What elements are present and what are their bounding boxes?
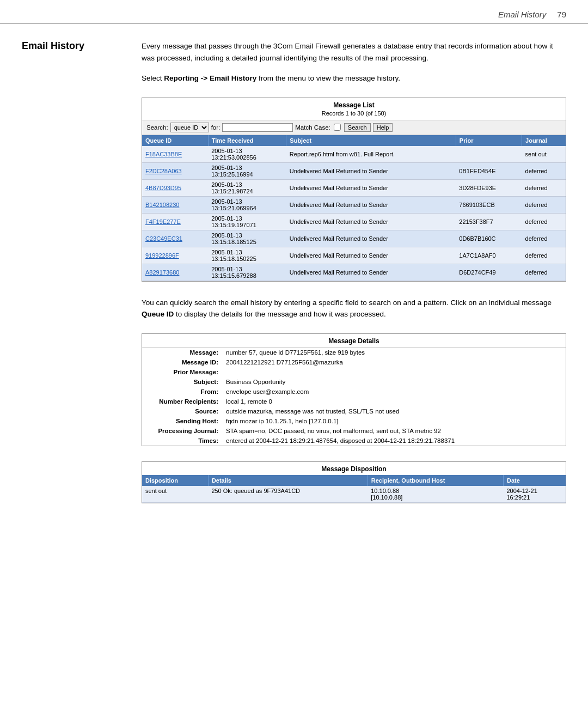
col-time-received: Time Received	[208, 135, 286, 146]
detail-row: From:envelope user@example.com	[142, 387, 566, 397]
message-details-table: Message:number 57, queue id D77125F561, …	[142, 348, 566, 446]
disposition-row: sent out250 Ok: queued as 9F793A41CD10.1…	[142, 486, 566, 503]
time-received-cell: 2005-01-13 13:15:21.069964	[208, 196, 286, 213]
detail-label: Source:	[142, 406, 224, 416]
detail-value	[224, 367, 566, 377]
disp-date: 2004-12-21 16:29:21	[504, 486, 566, 503]
subject-cell: Undelivered Mail Returned to Sender	[286, 196, 456, 213]
queue-id-cell[interactable]: F18AC33B8E	[142, 146, 208, 163]
detail-value: envelope user@example.com	[224, 387, 566, 397]
message-details-container: Message Details Message:number 57, queue…	[142, 333, 566, 446]
journal-cell: deferred	[522, 230, 566, 247]
disp-recipient: 10.10.0.88 [10.10.0.88]	[367, 486, 503, 503]
table-row: 4B87D93D952005-01-13 13:15:21.98724Undel…	[142, 179, 566, 196]
search-label: Search:	[146, 124, 168, 131]
match-case-label: Match Case:	[295, 124, 330, 131]
description-text: Every message that passes through the 3C…	[142, 40, 566, 64]
col-subject: Subject	[286, 135, 456, 146]
detail-row: Message ID:20041221212921 D77125F561@maz…	[142, 357, 566, 367]
queue-id-cell[interactable]: A829173680	[142, 264, 208, 281]
detail-value: 20041221212921 D77125F561@mazurka	[224, 357, 566, 367]
disposition-title: Message Disposition	[142, 462, 566, 475]
journal-cell: deferred	[522, 247, 566, 264]
details-table-body: Message:number 57, queue id D77125F561, …	[142, 348, 566, 446]
search-inst-suffix: to display the details for the message a…	[174, 310, 385, 318]
table-row: F2DC28A0632005-01-13 13:15:25.16994Undel…	[142, 162, 566, 179]
detail-label: Message ID:	[142, 357, 224, 367]
for-label: for:	[211, 124, 220, 131]
detail-row: Source:outside mazurka, message was not …	[142, 406, 566, 416]
disp-details: 250 Ok: queued as 9F793A41CD	[208, 486, 367, 503]
detail-value: local 1, remote 0	[224, 397, 566, 406]
detail-label: Times:	[142, 436, 224, 446]
queue-id-cell[interactable]: 919922896F	[142, 247, 208, 264]
right-content: Every message that passes through the 3C…	[131, 40, 566, 503]
col-journal: Journal	[522, 135, 566, 146]
detail-row: Message:number 57, queue id D77125F561, …	[142, 348, 566, 357]
detail-row: Number Recipients:local 1, remote 0	[142, 397, 566, 406]
time-received-cell: 2005-01-13 13:15:19.197071	[208, 213, 286, 230]
page-header: Email History 79	[0, 0, 588, 24]
message-list-container: Message List Records 1 to 30 (of 150) Se…	[142, 98, 566, 282]
select-prefix: Select	[142, 74, 164, 82]
disp-col-disposition: Disposition	[142, 475, 208, 486]
journal-cell: deferred	[522, 196, 566, 213]
table-row: 919922896F2005-01-13 13:15:18.150225Unde…	[142, 247, 566, 264]
table-row: A8291736802005-01-13 13:15:15.679288Unde…	[142, 264, 566, 281]
search-dropdown[interactable]: queue ID	[170, 123, 209, 132]
header-title: Email History	[498, 10, 546, 19]
subject-cell: Undelivered Mail Returned to Sender	[286, 247, 456, 264]
detail-value: entered at 2004-12-21 18:29:21.487654, d…	[224, 436, 566, 446]
select-instruction: Select Reporting -> Email History from t…	[142, 72, 566, 84]
message-table-body: F18AC33B8E2005-01-13 13:21:53.002856Repo…	[142, 146, 566, 281]
queue-id-cell[interactable]: F4F19E277E	[142, 213, 208, 230]
search-input[interactable]	[222, 123, 293, 132]
message-list-title: Message List	[142, 98, 566, 110]
time-received-cell: 2005-01-13 13:21:53.002856	[208, 146, 286, 163]
prior-cell: 22153F38F7	[456, 213, 522, 230]
detail-row: Prior Message:	[142, 367, 566, 377]
subject-cell: Undelivered Mail Returned to Sender	[286, 264, 456, 281]
message-table-header: Queue ID Time Received Subject Prior Jou…	[142, 135, 566, 146]
disp-disposition: sent out	[142, 486, 208, 503]
prior-cell: 0D6B7B160C	[456, 230, 522, 247]
table-row: F18AC33B8E2005-01-13 13:21:53.002856Repo…	[142, 146, 566, 163]
detail-row: Sending Host:fqdn mozar ip 10.1.25.1, he…	[142, 416, 566, 426]
time-received-cell: 2005-01-13 13:15:25.16994	[208, 162, 286, 179]
queue-id-cell[interactable]: C23C49EC31	[142, 230, 208, 247]
queue-id-cell[interactable]: 4B87D93D95	[142, 179, 208, 196]
prior-cell: 0B1FED454E	[456, 162, 522, 179]
disposition-table-header: Disposition Details Recipient, Outbound …	[142, 475, 566, 486]
detail-value: outside mazurka, message was not trusted…	[224, 406, 566, 416]
left-sidebar: Email History	[22, 40, 131, 503]
subject-cell: Undelivered Mail Returned to Sender	[286, 213, 456, 230]
time-received-cell: 2005-01-13 13:15:21.98724	[208, 179, 286, 196]
prior-cell	[456, 146, 522, 163]
disp-col-details: Details	[208, 475, 367, 486]
detail-label: Message:	[142, 348, 224, 357]
journal-cell: deferred	[522, 179, 566, 196]
disp-col-recipient: Recipient, Outbound Host	[367, 475, 503, 486]
detail-row: Subject:Business Opportunity	[142, 377, 566, 387]
message-list-subtitle: Records 1 to 30 (of 150)	[142, 110, 566, 120]
search-bar: Search: queue ID for: Match Case: Search…	[142, 120, 566, 135]
queue-id-cell[interactable]: F2DC28A063	[142, 162, 208, 179]
search-button[interactable]: Search	[344, 123, 371, 132]
detail-label: From:	[142, 387, 224, 397]
subject-cell: Undelivered Mail Returned to Sender	[286, 179, 456, 196]
detail-row: Times:entered at 2004-12-21 18:29:21.487…	[142, 436, 566, 446]
detail-value: Business Opportunity	[224, 377, 566, 387]
disposition-table: Disposition Details Recipient, Outbound …	[142, 475, 566, 503]
detail-label: Processing Journal:	[142, 426, 224, 436]
detail-value: STA spam=no, DCC passed, no virus, not m…	[224, 426, 566, 436]
table-row: C23C49EC312005-01-13 13:15:18.185125Unde…	[142, 230, 566, 247]
match-case-checkbox[interactable]	[334, 124, 341, 131]
prior-cell: 3D28FDE93E	[456, 179, 522, 196]
detail-label: Number Recipients:	[142, 397, 224, 406]
help-button[interactable]: Help	[373, 123, 393, 132]
disp-col-date: Date	[504, 475, 566, 486]
queue-id-cell[interactable]: B142108230	[142, 196, 208, 213]
message-table: Queue ID Time Received Subject Prior Jou…	[142, 135, 566, 281]
journal-cell: sent out	[522, 146, 566, 163]
subject-cell: Undelivered Mail Returned to Sender	[286, 162, 456, 179]
